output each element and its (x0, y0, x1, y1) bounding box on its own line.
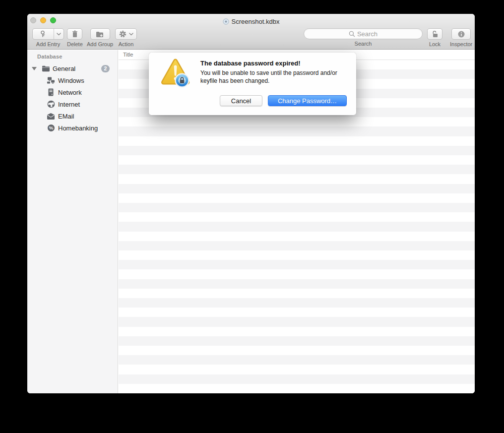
sidebar-item-label: Internet (58, 101, 80, 108)
windows-network-icon (47, 76, 55, 85)
window-title-text: Screenshot.kdbx (232, 18, 280, 25)
add-group-button[interactable] (90, 28, 110, 40)
search-input[interactable]: Search (304, 28, 423, 39)
delete-label: Delete (67, 41, 83, 47)
envelope-icon (47, 112, 55, 121)
add-entry-label: Add Entry (36, 41, 60, 47)
sidebar: Database General 2 Windows (27, 50, 118, 393)
add-entry-button[interactable] (32, 28, 64, 40)
add-group-label: Add Group (87, 41, 113, 47)
cancel-button[interactable]: Cancel (220, 95, 262, 106)
inspector-label: Inspector (450, 41, 472, 47)
search-label: Search (355, 41, 372, 47)
svg-text:%: % (49, 125, 53, 130)
sidebar-header: Database (37, 54, 63, 60)
chevron-down-icon (129, 33, 133, 36)
window-title: Screenshot.kdbx (27, 18, 475, 26)
inspector-button[interactable] (451, 28, 471, 40)
key-plus-icon[interactable] (33, 29, 54, 39)
lock-label: Lock (429, 41, 441, 47)
sidebar-item-label: General (53, 65, 75, 72)
app-window: Screenshot.kdbx Add Entry (27, 14, 475, 393)
change-password-button[interactable]: Change Password… (268, 95, 347, 106)
sidebar-item-label: Windows (58, 77, 84, 84)
unlock-icon (432, 30, 439, 38)
password-expired-dialog: The database password expired! You will … (149, 53, 356, 115)
desktop-background: Screenshot.kdbx Add Entry (0, 0, 504, 433)
sidebar-group-list: General 2 Windows Network (27, 62, 118, 134)
disclosure-triangle-icon[interactable] (32, 67, 37, 70)
add-entry-dropdown[interactable] (54, 29, 63, 39)
action-label: Action (119, 41, 134, 47)
sidebar-item-label: Homebanking (58, 124, 98, 132)
gear-icon (119, 30, 126, 38)
sidebar-item-email[interactable]: EMail (27, 110, 118, 122)
toolbar: Screenshot.kdbx Add Entry (27, 14, 475, 50)
folder-icon (42, 64, 50, 73)
delete-button[interactable] (67, 28, 82, 40)
dialog-title: The database password expired! (200, 60, 301, 67)
dialog-message: You will be unable to save until the pas… (200, 69, 352, 85)
sidebar-item-windows[interactable]: Windows (27, 74, 118, 86)
document-icon (223, 18, 229, 26)
sidebar-item-network[interactable]: Network (27, 86, 118, 98)
info-icon (457, 30, 465, 38)
sidebar-item-label: EMail (58, 113, 74, 120)
trash-icon (71, 30, 78, 38)
sidebar-item-internet[interactable]: Internet (27, 98, 118, 110)
lock-button[interactable] (427, 28, 442, 40)
globe-icon (47, 100, 55, 109)
search-icon (349, 31, 355, 37)
action-button[interactable] (115, 28, 137, 40)
sidebar-item-general[interactable]: General 2 (27, 62, 118, 74)
sidebar-item-homebanking[interactable]: % Homebanking (27, 122, 118, 134)
warning-lock-icon (159, 58, 192, 92)
server-icon (47, 88, 55, 97)
sidebar-item-label: Network (58, 89, 82, 96)
entry-count-badge: 2 (101, 65, 110, 72)
folder-plus-icon (96, 31, 104, 38)
percent-icon: % (47, 124, 55, 132)
search-placeholder: Search (357, 30, 378, 38)
